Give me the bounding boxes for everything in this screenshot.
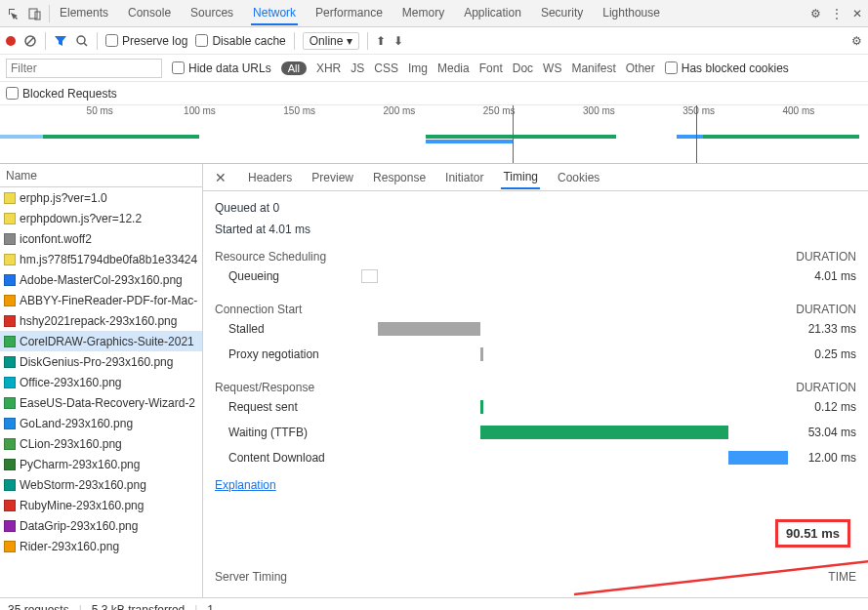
- queueing-label: Queueing: [215, 269, 361, 283]
- file-row[interactable]: RubyMine-293x160.png: [0, 495, 202, 515]
- tick: 200 ms: [384, 105, 416, 116]
- file-name: DiskGenius-Pro-293x160.png: [20, 355, 173, 369]
- search-icon[interactable]: [75, 34, 89, 48]
- kebab-icon[interactable]: ⋮: [831, 7, 843, 20]
- throttle-select[interactable]: Online▾: [303, 32, 360, 50]
- file-row[interactable]: erphpdown.js?ver=12.2: [0, 208, 202, 228]
- proxy-row: Proxy negotiation 0.25 ms: [215, 342, 856, 367]
- queueing-bar: [361, 269, 378, 283]
- file-row[interactable]: DataGrip-293x160.png: [0, 515, 202, 536]
- tab-initiator[interactable]: Initiator: [443, 167, 485, 188]
- tab-console[interactable]: Console: [126, 2, 173, 25]
- toolbar-gear-icon[interactable]: ⚙: [851, 34, 862, 48]
- upload-icon[interactable]: ⬆: [376, 34, 386, 48]
- filter-type-all[interactable]: All: [281, 61, 307, 75]
- device-icon[interactable]: [27, 6, 43, 21]
- tab-elements[interactable]: Elements: [58, 2, 110, 25]
- name-column-header[interactable]: Name: [0, 164, 202, 187]
- filter-type-manifest[interactable]: Manifest: [571, 61, 615, 75]
- devtools-topbar: Elements Console Sources Network Perform…: [0, 0, 868, 27]
- tab-sources[interactable]: Sources: [188, 2, 235, 25]
- file-name: PyCharm-293x160.png: [20, 458, 140, 471]
- filter-type-other[interactable]: Other: [626, 61, 655, 75]
- tab-performance[interactable]: Performance: [313, 2, 385, 25]
- file-row[interactable]: CorelDRAW-Graphics-Suite-2021: [0, 331, 202, 351]
- filter-bar: Hide data URLs All XHR JS CSS Img Media …: [0, 55, 868, 82]
- blocked-requests-checkbox[interactable]: Blocked Requests: [6, 87, 117, 101]
- tab-timing[interactable]: Timing: [501, 166, 540, 189]
- tab-memory[interactable]: Memory: [400, 2, 446, 25]
- filter-type-font[interactable]: Font: [479, 61, 503, 75]
- svg-point-4: [77, 36, 85, 44]
- file-row[interactable]: erphp.js?ver=1.0: [0, 187, 202, 208]
- content-dl-bar: [728, 451, 788, 465]
- file-row[interactable]: EaseUS-Data-Recovery-Wizard-2: [0, 392, 202, 413]
- gear-icon[interactable]: ⚙: [810, 7, 821, 20]
- filter-type-js[interactable]: JS: [351, 61, 364, 75]
- record-icon[interactable]: [6, 36, 16, 46]
- tab-cookies[interactable]: Cookies: [556, 167, 601, 188]
- tab-response[interactable]: Response: [371, 167, 428, 188]
- filter-type-media[interactable]: Media: [437, 61, 470, 75]
- status-more: 1.: [207, 603, 217, 611]
- filter-type-doc[interactable]: Doc: [513, 61, 533, 75]
- file-row[interactable]: hm.js?78f51794dbe0fa8b1e33424: [0, 249, 202, 269]
- tab-headers[interactable]: Headers: [246, 167, 294, 188]
- tick: 150 ms: [283, 105, 315, 116]
- throttle-value: Online: [310, 34, 344, 48]
- tab-network[interactable]: Network: [251, 2, 298, 25]
- tab-lighthouse[interactable]: Lighthouse: [600, 2, 662, 25]
- proxy-duration: 0.25 ms: [788, 347, 856, 361]
- file-row[interactable]: DiskGenius-Pro-293x160.png: [0, 351, 202, 372]
- has-blocked-label: Has blocked cookies: [682, 61, 789, 75]
- has-blocked-checkbox[interactable]: Has blocked cookies: [665, 61, 789, 75]
- close-details-icon[interactable]: ✕: [211, 170, 230, 185]
- file-row[interactable]: PyCharm-293x160.png: [0, 454, 202, 474]
- file-row[interactable]: Rider-293x160.png: [0, 536, 202, 556]
- file-icon: [4, 295, 16, 306]
- tab-application[interactable]: Application: [462, 2, 523, 25]
- queued-at: Queued at 0: [215, 201, 856, 215]
- file-row[interactable]: Adobe-MasterCol-293x160.png: [0, 269, 202, 290]
- filter-input[interactable]: [6, 59, 162, 78]
- file-icon: [4, 377, 16, 388]
- dcl-marker: [513, 105, 514, 163]
- stalled-duration: 21.33 ms: [788, 322, 856, 336]
- load-marker: [696, 105, 697, 163]
- hide-data-urls-checkbox[interactable]: Hide data URLs: [172, 61, 271, 75]
- blocked-requests-label: Blocked Requests: [22, 87, 117, 101]
- preserve-log-checkbox[interactable]: Preserve log: [105, 34, 187, 48]
- file-row[interactable]: ABBYY-FineReader-PDF-for-Mac-: [0, 290, 202, 310]
- preserve-log-label: Preserve log: [122, 34, 187, 48]
- file-row[interactable]: GoLand-293x160.png: [0, 413, 202, 433]
- chevron-down-icon: ▾: [347, 34, 352, 48]
- filter-type-ws[interactable]: WS: [543, 61, 561, 75]
- request-sent-bar: [480, 400, 482, 414]
- overview-bar: [677, 135, 703, 139]
- close-icon[interactable]: ✕: [852, 7, 862, 20]
- file-list[interactable]: erphp.js?ver=1.0erphpdown.js?ver=12.2ico…: [0, 187, 202, 597]
- explanation-link[interactable]: Explanation: [215, 478, 276, 492]
- file-icon: [4, 274, 16, 286]
- connection-section: Connection Start DURATION: [215, 303, 856, 316]
- file-icon: [4, 254, 16, 265]
- file-row[interactable]: iconfont.woff2: [0, 228, 202, 249]
- tab-preview[interactable]: Preview: [310, 167, 355, 188]
- filter-type-img[interactable]: Img: [408, 61, 428, 75]
- download-icon[interactable]: ⬇: [393, 34, 403, 48]
- file-row[interactable]: CLion-293x160.png: [0, 433, 202, 454]
- filter-type-css[interactable]: CSS: [374, 61, 398, 75]
- file-row[interactable]: hshy2021repack-293x160.png: [0, 310, 202, 331]
- filter-type-xhr[interactable]: XHR: [316, 61, 341, 75]
- tick: 250 ms: [483, 105, 516, 116]
- tab-security[interactable]: Security: [539, 2, 585, 25]
- file-row[interactable]: WebStorm-293x160.png: [0, 474, 202, 495]
- file-name: iconfont.woff2: [20, 232, 92, 246]
- clear-icon[interactable]: [23, 34, 37, 48]
- file-row[interactable]: Office-293x160.png: [0, 372, 202, 392]
- timeline-overview[interactable]: 50 ms 100 ms 150 ms 200 ms 250 ms 300 ms…: [0, 105, 868, 164]
- filter-icon[interactable]: [54, 34, 67, 48]
- file-name: hshy2021repack-293x160.png: [20, 314, 177, 328]
- disable-cache-checkbox[interactable]: Disable cache: [195, 34, 285, 48]
- inspect-icon[interactable]: [6, 6, 21, 21]
